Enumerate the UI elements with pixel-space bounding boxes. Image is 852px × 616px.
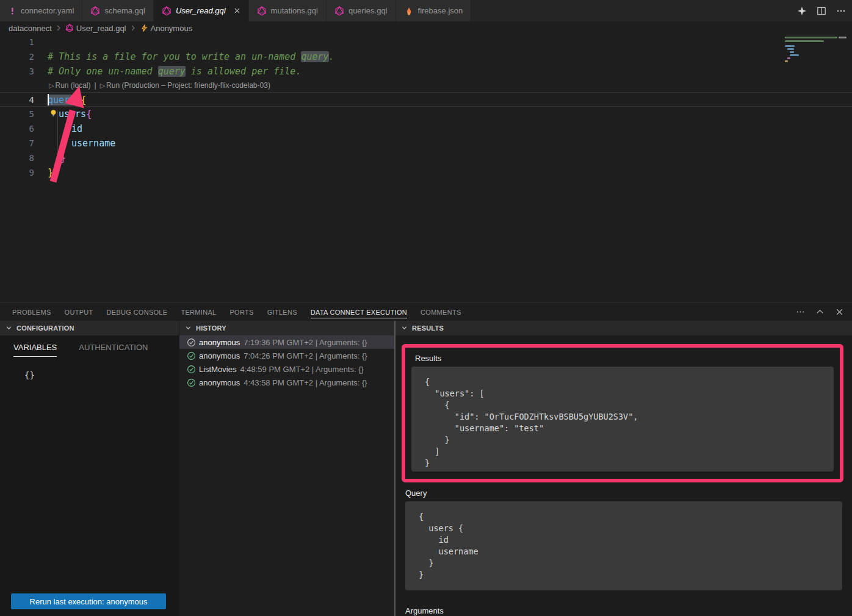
exclamation-icon	[8, 7, 16, 15]
panel-tab-debug-console[interactable]: DEBUG CONSOLE	[107, 306, 168, 318]
line-number: 7	[0, 136, 34, 151]
results-header[interactable]: RESULTS	[395, 321, 852, 335]
variables-editor[interactable]: {}	[24, 370, 179, 380]
line-number: 9	[0, 165, 34, 180]
execution-name: anonymous	[199, 378, 240, 387]
minimap-line	[790, 51, 794, 53]
tab-label: connector.yaml	[21, 6, 74, 15]
query-label: Query	[405, 489, 852, 498]
run-production-label: Run (Production – Project: friendly-flix…	[106, 79, 270, 92]
execution-meta: 7:04:26 PM GMT+2 | Arguments: {}	[244, 351, 367, 360]
editor-line[interactable]: 5users{	[0, 107, 852, 121]
split-editor-icon[interactable]	[817, 6, 826, 16]
annotation-highlight-box: Results { "users": [ { "id": "OrTucFODZH…	[402, 344, 843, 482]
close-panel-icon[interactable]	[835, 307, 845, 317]
history-list: anonymous 7:19:36 PM GMT+2 | Arguments: …	[179, 335, 394, 616]
line-number: 3	[0, 64, 34, 79]
line-number: 5	[0, 107, 34, 121]
chevron-right-icon	[129, 24, 137, 32]
codelens-divider: |	[95, 79, 96, 92]
breadcrumb-file[interactable]: User_read.gql	[65, 24, 126, 33]
editor-line-current[interactable]: 4query{	[0, 92, 852, 107]
minimap-line	[839, 37, 847, 38]
copilot-sparkle-icon[interactable]	[797, 6, 807, 16]
minimap[interactable]	[782, 35, 852, 302]
lightbulb-icon[interactable]	[49, 109, 58, 120]
highlighted-word: query	[158, 66, 186, 77]
panel-tab-gitlens[interactable]: GITLENS	[267, 306, 297, 318]
editor-line[interactable]: 6id	[0, 121, 852, 136]
line-number: 6	[0, 121, 34, 136]
line-content: query{	[34, 93, 86, 106]
tab-label: mutations.gql	[271, 6, 318, 15]
run-local-link[interactable]: ▷Run (local)	[49, 79, 91, 92]
code-editor[interactable]: 1 2# This is a file for you to write an …	[0, 35, 852, 303]
history-item[interactable]: anonymous 7:19:36 PM GMT+2 | Arguments: …	[179, 335, 394, 349]
tab-schema-gql[interactable]: schema.gql	[82, 0, 153, 21]
field-name: username	[71, 138, 115, 149]
history-item[interactable]: anonymous 4:43:58 PM GMT+2 | Arguments: …	[179, 376, 394, 389]
minimap-line	[790, 54, 799, 56]
line-number: 2	[0, 49, 34, 64]
line-content: users{	[34, 107, 92, 121]
vscode-window: connector.yaml schema.gql User_read.gql …	[0, 0, 852, 616]
configuration-header[interactable]: CONFIGURATION	[0, 321, 179, 335]
line-content	[34, 35, 48, 49]
close-icon[interactable]	[234, 7, 240, 14]
graphql-icon	[257, 6, 267, 16]
results-header-label: RESULTS	[412, 324, 444, 332]
panel-tab-bar: PROBLEMS OUTPUT DEBUG CONSOLE TERMINAL P…	[0, 303, 852, 321]
tab-queries-gql[interactable]: queries.gql	[327, 0, 396, 21]
panel-tab-output[interactable]: OUTPUT	[65, 306, 93, 318]
tab-user-read-gql[interactable]: User_read.gql	[154, 0, 249, 21]
graphql-icon	[90, 6, 100, 16]
history-header-label: HISTORY	[196, 324, 226, 332]
panel-tab-ports[interactable]: PORTS	[229, 306, 253, 318]
panel-tab-comments[interactable]: COMMENTS	[421, 306, 461, 318]
results-json: { "users": [ { "id": "OrTucFODZHTksvBSBU…	[411, 367, 834, 479]
panel-body: CONFIGURATION VARIABLES AUTHENTICATION {…	[0, 321, 852, 616]
tab-authentication[interactable]: AUTHENTICATION	[79, 343, 148, 357]
panel-tab-data-connect-execution[interactable]: DATA CONNECT EXECUTION	[311, 306, 407, 318]
editor-line[interactable]: 7username	[0, 136, 852, 151]
tab-variables[interactable]: VARIABLES	[13, 343, 57, 357]
history-item[interactable]: anonymous 7:04:26 PM GMT+2 | Arguments: …	[179, 349, 394, 362]
configuration-body: VARIABLES AUTHENTICATION {} Rerun last e…	[0, 335, 179, 616]
run-production-link[interactable]: ▷Run (Production – Project: friendly-fli…	[100, 79, 270, 92]
editor-line[interactable]: 1	[0, 35, 852, 49]
editor-line[interactable]: 8}	[0, 151, 852, 165]
chevron-down-icon	[5, 324, 13, 332]
tab-label: queries.gql	[348, 6, 388, 15]
configuration-tabs: VARIABLES AUTHENTICATION	[0, 335, 179, 357]
flame-icon	[404, 6, 414, 16]
history-header[interactable]: HISTORY	[179, 321, 394, 335]
editor-line[interactable]: 2# This is a file for you to write an un…	[0, 49, 852, 64]
panel-tab-terminal[interactable]: TERMINAL	[181, 306, 216, 318]
panel-actions	[796, 303, 845, 321]
tab-connector-yaml[interactable]: connector.yaml	[0, 0, 82, 21]
more-actions-icon[interactable]	[796, 307, 806, 317]
line-content: # Only one un-named query is allowed per…	[34, 64, 301, 79]
tab-firebase-json[interactable]: firebase.json	[396, 0, 472, 21]
minimap-line	[787, 57, 790, 59]
tab-label: schema.gql	[104, 6, 145, 15]
open-brace: {	[86, 109, 92, 120]
close-brace: }	[60, 152, 66, 163]
text-cursor	[48, 94, 49, 106]
breadcrumb-symbol[interactable]: Anonymous	[140, 24, 193, 33]
maximize-panel-icon[interactable]	[815, 307, 825, 317]
execution-name: anonymous	[199, 338, 240, 347]
graphql-icon	[334, 6, 344, 16]
comment-text: .	[329, 51, 334, 62]
more-actions-icon[interactable]	[836, 6, 846, 16]
tab-mutations-gql[interactable]: mutations.gql	[249, 0, 327, 21]
history-item[interactable]: ListMovies 4:48:59 PM GMT+2 | Arguments:…	[179, 362, 394, 376]
highlighted-word: query	[301, 51, 328, 62]
check-circle-icon	[187, 378, 195, 387]
editor-line[interactable]: 9}	[0, 165, 852, 180]
editor-line[interactable]: 3# Only one un-named query is allowed pe…	[0, 64, 852, 79]
breadcrumb-folder[interactable]: dataconnect	[9, 24, 52, 33]
rerun-last-execution-button[interactable]: Rerun last execution: anonymous	[11, 593, 166, 609]
execution-name: ListMovies	[199, 365, 236, 374]
panel-tab-problems[interactable]: PROBLEMS	[12, 306, 51, 318]
